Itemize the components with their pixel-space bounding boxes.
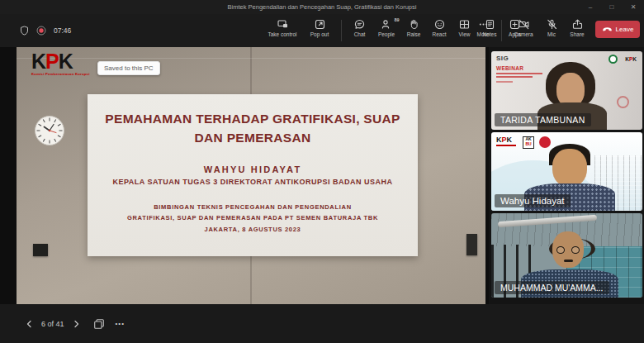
view-icon — [459, 19, 470, 30]
title-bar: Bimtek Pengendalian dan Pencegahan Suap,… — [0, 0, 644, 14]
pop-out-icon — [315, 19, 325, 30]
camera-off-icon — [519, 19, 529, 30]
btn-label: People — [378, 31, 395, 37]
meeting-toolbar: 07:46 Take control Pop out Chat — [0, 14, 644, 47]
btn-label: More — [477, 31, 490, 37]
event-details: BIMBINGAN TEKNIS PENCEGAHAN DAN PENGENDA… — [88, 202, 418, 236]
btn-label: Take control — [268, 31, 296, 37]
presentation-slide: KPK Komisi Pemberantasan Korupsi Saved t… — [17, 47, 485, 304]
share-icon — [572, 19, 583, 30]
camera-button[interactable]: Camera — [509, 17, 538, 37]
chevron-left-icon — [25, 319, 34, 329]
kpk-logo-underline — [496, 145, 516, 146]
video-tile-wahyu[interactable]: KPK AKBU Wahyu Hidayat — [491, 132, 642, 211]
slide-title: PEMAHAMAN TERHADAP GRATIFIKASI, SUAP DAN… — [97, 109, 408, 148]
slide-card: PEMAHAMAN TERHADAP GRATIFIKASI, SUAP DAN… — [88, 94, 418, 256]
chat-icon — [354, 19, 365, 30]
btn-label: Raise — [407, 31, 421, 37]
round-red-badge — [539, 136, 551, 148]
previous-slide-button[interactable] — [25, 319, 34, 329]
take-control-button[interactable]: Take control — [263, 17, 302, 37]
btn-label: Mic — [547, 31, 556, 37]
btn-label: View — [459, 31, 471, 37]
kpk-logo-small: KPK — [625, 56, 637, 62]
speaker-name: WAHYU HIDAYAT — [88, 164, 418, 174]
react-button[interactable]: React — [428, 17, 451, 37]
glasses-graphic — [556, 246, 580, 255]
mic-off-icon — [547, 19, 557, 30]
btn-label: Chat — [354, 31, 366, 37]
participant-name-label: Wahyu Hidayat — [495, 194, 571, 207]
banner-line — [496, 81, 513, 83]
kpk-logo: KPK Komisi Pemberantasan Korupsi — [31, 51, 90, 76]
prohibition-sign-graphic — [617, 96, 629, 108]
btn-label: Camera — [514, 31, 533, 37]
sig-logo: SIG — [496, 55, 509, 62]
event-line: BIMBINGAN TEKNIS PENCEGAHAN DAN PENGENDA… — [88, 202, 418, 213]
event-line: JAKARTA, 8 AGUSTUS 2023 — [88, 224, 418, 236]
wall-outlet — [33, 244, 48, 256]
btn-label: Share — [570, 31, 584, 37]
close-button[interactable]: ✕ — [623, 0, 644, 14]
leave-button[interactable]: Leave — [595, 21, 640, 38]
speaker-role: KEPALA SATUAN TUGAS 3 DIREKTORAT ANTIKOR… — [88, 178, 418, 186]
org-logo — [608, 55, 618, 64]
chevron-right-icon — [72, 319, 81, 329]
mic-button[interactable]: Mic — [541, 17, 562, 37]
leave-phone-icon — [602, 24, 613, 35]
toolbar-divider — [341, 20, 342, 41]
minimize-button[interactable]: – — [580, 0, 601, 14]
more-icon — [478, 19, 489, 30]
participant-name-label: TARIDA TAMBUNAN — [495, 113, 591, 126]
people-icon — [381, 19, 392, 30]
record-indicator — [36, 26, 46, 36]
content-stage: KPK Komisi Pemberantasan Korupsi Saved t… — [0, 47, 489, 304]
participant-video-person — [564, 260, 573, 262]
toolbar-divider — [501, 20, 502, 41]
banner-line — [496, 76, 533, 78]
meeting-timer: 07:46 — [54, 26, 71, 35]
share-button[interactable]: Share — [565, 17, 590, 37]
raise-hand-button[interactable]: Raise — [402, 17, 425, 37]
more-button[interactable]: More — [471, 17, 495, 37]
banner-line — [496, 73, 542, 74]
chat-button[interactable]: Chat — [348, 17, 371, 37]
kpk-logo-small: KPK — [496, 136, 512, 144]
toolbar-left: 07:46 — [20, 14, 71, 47]
btn-label: Leave — [616, 26, 634, 33]
kpk-logo-text: KPK — [31, 51, 90, 72]
wall-outlet — [466, 234, 477, 255]
pop-out-button[interactable]: Pop out — [305, 17, 334, 37]
btn-label: Pop out — [310, 31, 329, 37]
window-controls: – □ ✕ — [580, 0, 644, 14]
video-tile-muhammad[interactable]: MUHAMMAD MU'AMMA... — [491, 213, 642, 298]
react-icon — [434, 19, 445, 30]
page-thumbnails-icon — [93, 318, 105, 330]
akbu-badge: AKBU — [523, 136, 534, 149]
btn-label: React — [433, 31, 447, 37]
people-count-badge: 89 — [394, 17, 399, 22]
thumbnail-view-button[interactable] — [93, 318, 105, 330]
kpk-logo-subtext: Komisi Pemberantasan Korupsi — [31, 73, 90, 76]
footer-bar: 6 of 41 ••• DP AP — [0, 304, 644, 343]
slide-pager: 6 of 41 ••• — [25, 304, 125, 343]
saved-toast: Saved to this PC — [97, 61, 160, 75]
people-button[interactable]: 89 People — [373, 17, 400, 37]
shield-icon — [20, 26, 29, 36]
participant-name-label: MUHAMMAD MU'AMMA... — [495, 281, 609, 294]
wall-clock-icon — [34, 115, 65, 146]
next-slide-button[interactable] — [72, 319, 81, 329]
take-control-icon — [277, 19, 288, 30]
page-count: 6 of 41 — [41, 320, 64, 328]
video-tile-tarida[interactable]: SIG WEBINAR KPK TARIDA TAMBUNAN — [491, 51, 642, 130]
event-line: GRATIFIKASI, SUAP DAN PEMERASAN PADA PT … — [88, 212, 418, 224]
raise-hand-icon — [409, 19, 419, 30]
participant-video-person — [552, 149, 587, 187]
window-title: Bimtek Pengendalian dan Pencegahan Suap,… — [228, 3, 417, 11]
toolbar-right: More Camera Mic Share — [471, 17, 642, 41]
maximize-button[interactable]: □ — [601, 0, 623, 14]
more-pages-button[interactable]: ••• — [116, 320, 125, 327]
webinar-banner: WEBINAR — [496, 65, 523, 71]
